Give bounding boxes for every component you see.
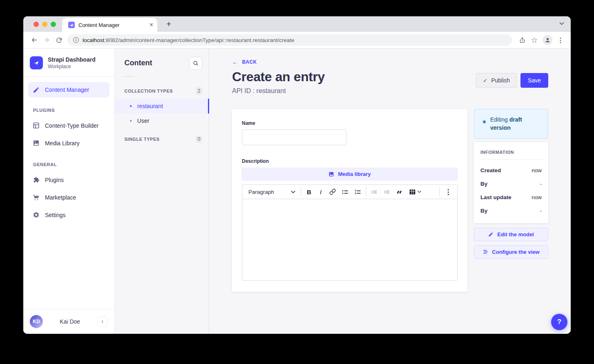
browser-toolbar: i localhost:8082/admin/content-manager/c…: [23, 32, 571, 49]
address-bar[interactable]: i localhost:8082/admin/content-manager/c…: [67, 34, 512, 46]
edit-model-label: Edit the model: [497, 231, 534, 237]
sidebar-item-label: Marketplace: [45, 194, 76, 201]
cart-icon: [33, 194, 40, 201]
media-library-icon: [328, 171, 334, 177]
sidebar-item-settings[interactable]: Settings: [28, 206, 109, 224]
search-button[interactable]: [189, 57, 202, 70]
sidebar-item-content-type-builder[interactable]: Content-Type Builder: [28, 117, 109, 134]
toolbar-separator: [366, 187, 366, 196]
sidebar-item-media-library[interactable]: Media Library: [28, 134, 109, 152]
window-controls: [33, 22, 56, 27]
publish-button[interactable]: ✓ Publish: [476, 73, 517, 88]
bookmark-star-icon[interactable]: ☆: [528, 34, 540, 46]
gear-icon: [33, 211, 40, 218]
outdent-icon: [383, 189, 390, 195]
subnav-item-user[interactable]: • User: [115, 113, 209, 128]
browser-forward-icon: [40, 34, 53, 46]
link-icon: [329, 189, 336, 195]
block-format-value: Paragraph: [248, 189, 274, 195]
table-icon: [409, 189, 416, 195]
link-button[interactable]: [326, 186, 339, 197]
sidebar-item-content-manager[interactable]: Content Manager: [28, 82, 109, 98]
sidebar-section-plugins: PLUGINS: [23, 98, 114, 117]
save-button[interactable]: Save: [520, 73, 548, 88]
url-text: localhost:8082/admin/content-manager/col…: [83, 37, 295, 43]
subnav-title: Content: [125, 57, 152, 67]
api-id-subtitle: API ID : restaurant: [232, 87, 325, 95]
bullet-list-icon: [342, 189, 348, 195]
edit-model-button[interactable]: Edit the model: [474, 228, 548, 241]
minimize-window-button[interactable]: [42, 22, 47, 27]
sidebar-item-marketplace[interactable]: Marketplace: [28, 189, 109, 206]
chevron-down-icon: [291, 191, 295, 193]
url-path: :8082/admin/content-manager/collectionTy…: [104, 37, 294, 43]
strapi-logo: [30, 56, 43, 69]
sidebar-item-label: Media Library: [45, 140, 80, 146]
bullet-list-button[interactable]: [339, 186, 351, 197]
picture-icon: [33, 140, 40, 146]
information-card: INFORMATION Created now By - Last update: [474, 142, 548, 223]
block-format-select[interactable]: Paragraph: [244, 186, 299, 197]
new-tab-button[interactable]: +: [163, 18, 174, 30]
blockquote-button[interactable]: “: [393, 186, 406, 197]
sidebar-item-label: Content Manager: [45, 87, 89, 93]
sidebar-item-label: Plugins: [45, 177, 64, 183]
outdent-button: [380, 186, 393, 197]
save-label: Save: [528, 77, 541, 84]
strapi-app: Strapi Dashboard Workplace Content Manag…: [23, 49, 571, 334]
indent-icon: [371, 189, 377, 195]
table-button[interactable]: [406, 186, 424, 197]
back-label: BACK: [242, 59, 257, 65]
italic-button[interactable]: I: [315, 186, 326, 197]
tab-search-chevron-icon[interactable]: [559, 22, 564, 25]
strapi-favicon: [68, 22, 75, 28]
page-title: Create an entry: [232, 69, 325, 84]
chevron-down-icon: [418, 191, 421, 193]
workspace-brand[interactable]: Strapi Dashboard Workplace: [23, 49, 114, 76]
help-button[interactable]: ?: [551, 314, 567, 330]
info-row-created-by: By -: [480, 181, 542, 187]
description-textarea[interactable]: [242, 199, 457, 280]
editor-toolbar: Paragraph B I: [242, 185, 457, 199]
back-link[interactable]: ← BACK: [232, 59, 257, 65]
configure-view-button[interactable]: Configure the view: [474, 245, 548, 259]
browser-profile-avatar[interactable]: [543, 35, 552, 45]
collection-types-label: COLLECTION TYPES: [125, 89, 173, 93]
sidebar-section-general: GENERAL: [23, 152, 114, 171]
site-info-icon[interactable]: i: [73, 37, 79, 43]
subnav-item-label: User: [137, 118, 150, 124]
close-window-button[interactable]: [33, 22, 39, 27]
browser-window: Content Manager × + i localhost:8082/adm…: [23, 16, 571, 334]
name-input[interactable]: [242, 129, 346, 145]
subnav-item-restaurant[interactable]: • restaurant: [115, 99, 209, 113]
bold-button[interactable]: B: [303, 186, 315, 197]
browser-back-icon[interactable]: [28, 34, 40, 46]
pencil-icon: [488, 232, 494, 237]
sidebar-user-row: KD Kai Doe ‹: [23, 309, 114, 334]
browser-tab[interactable]: Content Manager ×: [62, 18, 157, 32]
single-types-label: SINGLE TYPES: [125, 137, 160, 142]
layout-icon: [33, 122, 40, 129]
browser-menu-icon[interactable]: ⋮: [554, 34, 567, 46]
more-options-button[interactable]: ⋮: [441, 186, 455, 197]
indent-button: [368, 186, 380, 197]
subnav-divider: [125, 76, 134, 77]
workspace-subtitle: Workplace: [48, 64, 96, 69]
entry-sidebar: Editing draft version INFORMATION Create…: [474, 109, 548, 259]
user-avatar[interactable]: KD: [30, 315, 43, 328]
richtext-editor: Paragraph B I: [242, 184, 458, 281]
numbered-list-button[interactable]: 12: [351, 186, 364, 197]
draft-dot-icon: [483, 120, 486, 123]
main-sidebar: Strapi Dashboard Workplace Content Manag…: [23, 49, 115, 334]
info-row-updated-by: By -: [480, 208, 542, 214]
share-icon[interactable]: [516, 34, 528, 46]
search-icon: [193, 60, 199, 66]
sidebar-item-plugins[interactable]: Plugins: [28, 171, 109, 189]
browser-reload-icon[interactable]: [53, 34, 65, 46]
media-library-button[interactable]: Media library: [242, 168, 458, 180]
workspace-title: Strapi Dashboard: [48, 56, 96, 64]
information-divider: [480, 160, 542, 160]
fullscreen-window-button[interactable]: [51, 22, 56, 27]
collapse-sidebar-button[interactable]: ‹: [97, 316, 108, 327]
tab-close-icon[interactable]: ×: [150, 22, 153, 28]
